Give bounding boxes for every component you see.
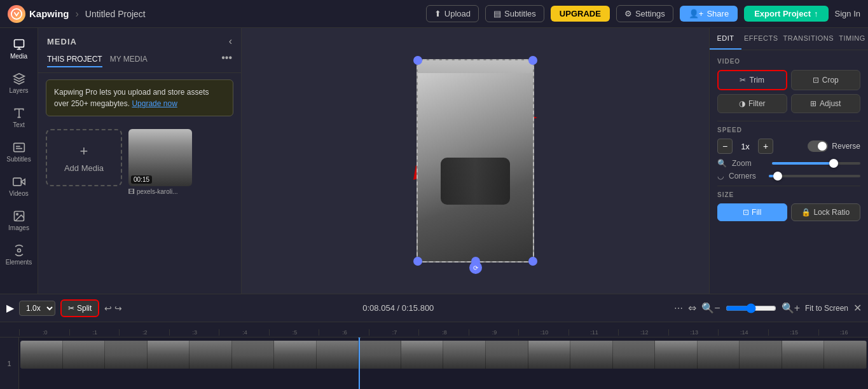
- upgrade-button[interactable]: UPGRADE: [551, 6, 610, 22]
- ruler-mark: :15: [768, 329, 818, 336]
- ruler-mark: :2: [119, 329, 169, 336]
- upgrade-link[interactable]: Upgrade now: [132, 99, 177, 108]
- track-frame: [274, 341, 317, 369]
- sidebar-label-elements: Elements: [6, 259, 32, 266]
- tab-timing[interactable]: TIMING: [836, 28, 868, 50]
- track-frame: [570, 341, 613, 369]
- zoom-icon: 🔍: [717, 159, 727, 168]
- sidebar-item-subtitles[interactable]: Subtitles: [2, 136, 36, 168]
- zoom-plus-button[interactable]: 🔍+: [782, 302, 800, 314]
- svg-rect-2: [13, 143, 24, 151]
- corners-slider[interactable]: [769, 175, 860, 177]
- settings-icon: ⚙: [624, 9, 632, 18]
- top-nav: Kapwing › Untitled Project ⬆ Upload ▤ Su…: [0, 0, 868, 28]
- kapwing-logo-icon: [8, 5, 25, 23]
- sidebar-item-elements[interactable]: Elements: [2, 239, 36, 271]
- undo-button[interactable]: ↩: [104, 303, 112, 313]
- playhead[interactable]: [359, 338, 360, 389]
- track-strip[interactable]: // Inline render frames: [20, 341, 867, 369]
- tab-this-project[interactable]: THIS PROJECT: [47, 52, 102, 67]
- sidebar-item-text[interactable]: Text: [2, 102, 36, 133]
- reverse-toggle[interactable]: Reverse: [808, 140, 860, 152]
- tab-my-media[interactable]: MY MEDIA: [110, 52, 148, 67]
- split-button[interactable]: ✂ Split: [60, 299, 99, 317]
- track-content[interactable]: // Inline render frames: [19, 338, 868, 389]
- filter-button[interactable]: ◑ Filter: [717, 94, 787, 113]
- fit-to-screen-button[interactable]: Fit to Screen: [805, 304, 848, 313]
- play-button[interactable]: ▶: [6, 302, 14, 314]
- trim-button[interactable]: ✂ Trim: [717, 70, 787, 90]
- upload-button[interactable]: ⬆ Upload: [426, 5, 479, 22]
- zoom-slider-thumb[interactable]: [829, 159, 838, 168]
- canvas-area: ⟳: [242, 28, 709, 294]
- share-label: Share: [706, 9, 729, 18]
- track-frame: [528, 341, 571, 369]
- trim-icon: ✂: [740, 76, 746, 85]
- share-button[interactable]: 👤+ Share: [680, 6, 738, 22]
- crop-label: Crop: [822, 76, 839, 85]
- timeline-tracks: 1 // Inline render frames: [0, 338, 868, 389]
- export-button[interactable]: Export Project ↑: [744, 6, 828, 22]
- tab-edit[interactable]: EDIT: [710, 28, 741, 50]
- subtitles-button[interactable]: ▤ Subtitles: [485, 5, 544, 22]
- fill-label: Fill: [752, 208, 761, 217]
- zoom-slider[interactable]: [772, 162, 860, 165]
- playback-speed-select[interactable]: 1.0x: [19, 301, 55, 316]
- zoom-minus-button[interactable]: 🔍−: [701, 302, 720, 314]
- resize-handle-tl[interactable]: [413, 56, 422, 65]
- sidebar-item-media[interactable]: Media: [2, 33, 36, 65]
- scrub-button[interactable]: ⇔: [688, 302, 696, 314]
- current-time: 0:08.054: [362, 303, 395, 313]
- lock-ratio-button[interactable]: 🔒 Lock Ratio: [791, 203, 861, 221]
- timeline-time: 0:08.054 / 0:15.800: [127, 303, 669, 313]
- track-frame: [63, 341, 106, 369]
- media-name: 🎞 pexels-karoli...: [128, 188, 192, 195]
- sidebar-item-images[interactable]: Images: [2, 205, 36, 236]
- canvas-video-element[interactable]: ⟳: [417, 59, 534, 263]
- add-media-button[interactable]: + Add Media: [46, 129, 122, 186]
- media-thumbnail[interactable]: 00:15: [128, 129, 192, 186]
- svg-rect-4: [13, 178, 20, 186]
- track-frame: [824, 341, 867, 369]
- ruler-mark: :12: [618, 329, 668, 336]
- resize-handle-br[interactable]: [528, 257, 537, 266]
- resize-handle-tr[interactable]: [528, 56, 537, 65]
- speed-decrease-button[interactable]: −: [717, 139, 733, 154]
- brand-name: Kapwing: [29, 8, 69, 19]
- left-sidebar: Media Layers Text Subtitles Videos Image…: [0, 28, 38, 294]
- zoom-out-button[interactable]: ⋯: [674, 303, 683, 313]
- size-section-label: SIZE: [717, 191, 860, 198]
- close-timeline-button[interactable]: ✕: [853, 302, 862, 314]
- track-frame: [359, 341, 401, 369]
- right-panel-content: VIDEO ✂ Trim ⊡ Crop ◑ Filter ⊞ Adjust: [710, 50, 868, 294]
- tab-transitions[interactable]: TRANSITIONS: [781, 28, 836, 50]
- reverse-toggle-switch[interactable]: [808, 140, 828, 152]
- subtitles-label: Subtitles: [504, 9, 536, 18]
- resize-handle-bl[interactable]: [413, 257, 422, 266]
- corners-slider-thumb[interactable]: [773, 172, 782, 181]
- ruler-mark: :1: [69, 329, 120, 336]
- size-section: SIZE ⊡ Fill 🔒 Lock Ratio: [717, 191, 860, 221]
- share-icon: 👤+: [689, 9, 704, 18]
- collapse-panel-button[interactable]: ‹: [229, 36, 232, 47]
- speed-increase-button[interactable]: +: [758, 139, 773, 154]
- sidebar-item-videos[interactable]: Videos: [2, 170, 36, 202]
- track-frame: [232, 341, 275, 369]
- timeline-zoom-slider[interactable]: [726, 303, 776, 313]
- track-frame: [443, 341, 486, 369]
- fill-button[interactable]: ⊡ Fill: [717, 203, 787, 221]
- redo-button[interactable]: ↪: [114, 303, 122, 313]
- sidebar-item-layers[interactable]: Layers: [2, 67, 36, 99]
- tab-effects[interactable]: EFFECTS: [741, 28, 781, 50]
- adjust-button[interactable]: ⊞ Adjust: [791, 94, 861, 113]
- settings-button[interactable]: ⚙ Settings: [616, 5, 673, 22]
- crop-button[interactable]: ⊡ Crop: [791, 70, 861, 90]
- media-tab-more-button[interactable]: •••: [221, 52, 232, 67]
- media-panel: MEDIA ‹ THIS PROJECT MY MEDIA ••• Kapwin…: [38, 28, 242, 294]
- reverse-label: Reverse: [832, 142, 860, 151]
- signin-button[interactable]: Sign In: [835, 9, 860, 18]
- resize-handle-b[interactable]: [471, 257, 480, 266]
- sidebar-label-videos: Videos: [9, 190, 28, 197]
- media-item[interactable]: 00:15 🎞 pexels-karoli...: [128, 129, 192, 195]
- track-frame: [105, 341, 148, 369]
